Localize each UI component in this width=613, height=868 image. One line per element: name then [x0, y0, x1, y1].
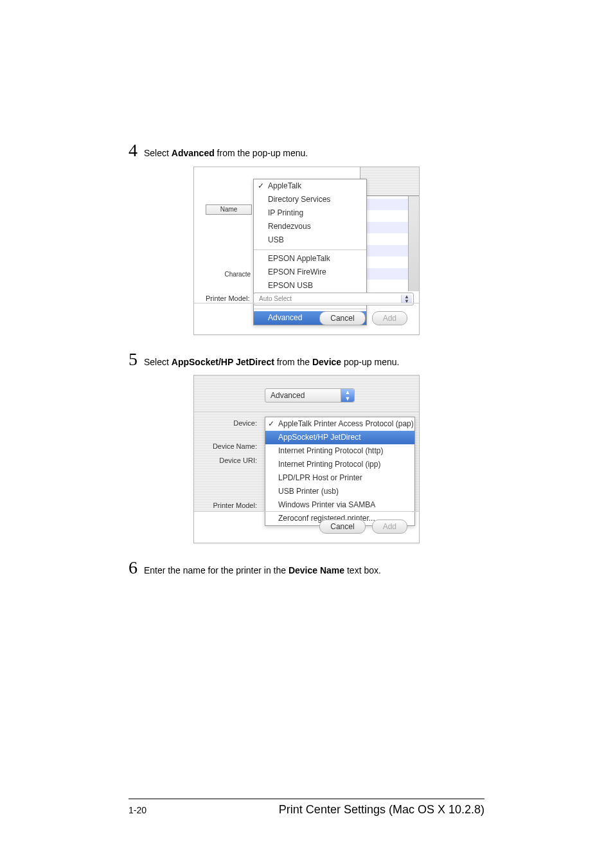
chevron-updown-icon: ▲▼: [341, 389, 354, 402]
s1-charset-label: Characte: [206, 270, 251, 279]
menu-item-pap[interactable]: AppleTalk Printer Access Protocol (pap): [265, 417, 414, 431]
step-4-post: from the pop-up menu.: [215, 148, 308, 158]
menu-item-ip-printing[interactable]: IP Printing: [254, 206, 366, 220]
menu-item-http[interactable]: Internet Printing Protocol (http): [265, 444, 414, 458]
page-number: 1-20: [129, 805, 147, 815]
step-5-bold1: AppSocket/HP JetDirect: [172, 357, 274, 367]
step-4-number: 4: [129, 141, 138, 159]
footer-title: Print Center Settings (Mac OS X 10.2.8): [279, 803, 484, 817]
step-5-bold2: Device: [312, 357, 341, 367]
step-5-pre: Select: [144, 357, 172, 367]
menu-item-usb-printer[interactable]: USB Printer (usb): [265, 485, 414, 498]
step-5-mid: from the: [274, 357, 312, 367]
step-5-text: Select AppSocket/HP JetDirect from the D…: [144, 356, 399, 369]
device-name-label: Device Name:: [199, 442, 257, 450]
connection-type-select[interactable]: Advanced ▲▼: [265, 388, 355, 402]
s1-name-column-header[interactable]: Name: [206, 204, 252, 215]
printer-model-label: Printer Model:: [206, 294, 249, 302]
step-5: 5 Select AppSocket/HP JetDirect from the…: [129, 350, 484, 369]
step-6-text: Enter the name for the printer in the De…: [144, 565, 381, 577]
printer-model-value: Auto Select: [259, 295, 292, 302]
cancel-button-2[interactable]: Cancel: [319, 520, 365, 534]
step-5-number: 5: [129, 350, 138, 368]
step-6-pre: Enter the name for the printer in the: [144, 565, 289, 575]
printer-model-label-2: Printer Model:: [199, 502, 257, 509]
menu-item-usb[interactable]: USB: [254, 233, 366, 247]
s1-pinstripe-top: [360, 167, 419, 195]
device-popup-menu[interactable]: AppleTalk Printer Access Protocol (pap) …: [265, 417, 415, 526]
menu-item-epson-appletalk[interactable]: EPSON AppleTalk: [254, 252, 366, 266]
menu-item-samba[interactable]: Windows Printer via SAMBA: [265, 498, 414, 512]
s1-button-row: Cancel Add: [319, 311, 407, 325]
menu-item-rendezvous[interactable]: Rendezvous: [254, 220, 366, 233]
step-4: 4 Select Advanced from the pop-up menu.: [129, 141, 484, 160]
step-6-number: 6: [129, 559, 138, 577]
menu-separator-1: [254, 249, 366, 250]
menu-item-epson-usb[interactable]: EPSON USB: [254, 279, 366, 293]
printer-model-select[interactable]: Auto Select ▲▼: [253, 293, 414, 305]
menu-separator-2: [254, 308, 366, 309]
screenshot-1: Name Characte AppleTalk Directory Servic…: [193, 167, 420, 335]
menu-item-ipp[interactable]: Internet Printing Protocol (ipp): [265, 458, 414, 471]
menu-item-appsocket[interactable]: AppSocket/HP JetDirect: [265, 431, 414, 444]
page-footer: 1-20 Print Center Settings (Mac OS X 10.…: [129, 799, 484, 817]
step-6: 6 Enter the name for the printer in the …: [129, 559, 484, 577]
chevron-updown-icon: ▲▼: [401, 294, 412, 303]
screenshot-2: Advanced ▲▼ Device: Device Name: Device …: [193, 375, 420, 543]
device-uri-label: Device URI:: [199, 457, 257, 464]
menu-item-lpd[interactable]: LPD/LPR Host or Printer: [265, 471, 414, 485]
cancel-button[interactable]: Cancel: [319, 311, 365, 325]
step-4-text: Select Advanced from the pop-up menu.: [144, 147, 308, 160]
s2-separator: [194, 511, 419, 512]
page: 4 Select Advanced from the pop-up menu. …: [0, 0, 613, 868]
s1-separator: [194, 303, 419, 303]
menu-item-appletalk[interactable]: AppleTalk: [254, 179, 366, 193]
step-6-bold: Device Name: [289, 565, 344, 575]
add-button-2[interactable]: Add: [372, 520, 407, 534]
step-4-bold: Advanced: [172, 148, 215, 158]
s1-scrollbar[interactable]: [408, 196, 419, 291]
connection-type-value: Advanced: [271, 391, 305, 400]
s1-printer-list: [360, 195, 419, 291]
add-button[interactable]: Add: [372, 311, 407, 325]
menu-item-directory-services[interactable]: Directory Services: [254, 193, 366, 206]
s2-button-row: Cancel Add: [319, 520, 407, 534]
step-5-post: pop-up menu.: [341, 357, 399, 367]
menu-item-epson-firewire[interactable]: EPSON FireWire: [254, 266, 366, 279]
step-4-pre: Select: [144, 148, 172, 158]
step-6-post: text box.: [344, 565, 381, 575]
device-label: Device:: [199, 419, 257, 427]
